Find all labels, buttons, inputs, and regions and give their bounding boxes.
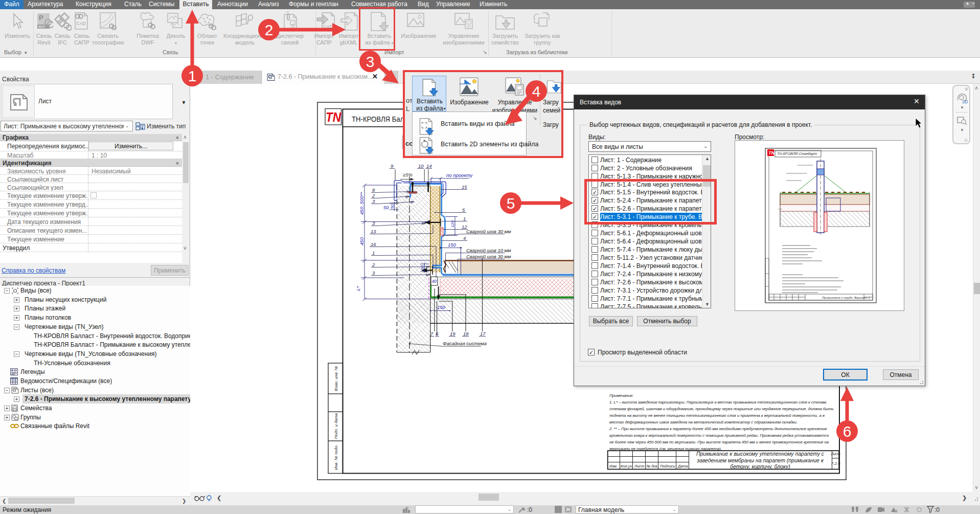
svg-text:50: 50 bbox=[420, 265, 425, 270]
svg-text:TN: TN bbox=[326, 110, 341, 124]
svg-text:Подп. и дата: Подп. и дата bbox=[334, 413, 338, 439]
svg-text:стенкам фонарей, шахтам и обор: стенкам фонарей, шахтам и оборудованию, … bbox=[609, 407, 834, 411]
svg-text:Фасадная система: Фасадная система bbox=[443, 341, 487, 346]
svg-text:заведением мембраны на парапет: заведением мембраны на парапет (примыкан… bbox=[696, 457, 824, 463]
svg-text:2: 2 bbox=[372, 193, 375, 198]
svg-text:ТН-КРОВЛЯ Стандарт: ТН-КРОВЛЯ Стандарт bbox=[777, 152, 817, 156]
svg-text:2. ** – При высоте примыкания: 2. ** – При высоте примыкания к парапету… bbox=[609, 427, 827, 431]
svg-text:А: А bbox=[423, 139, 426, 143]
svg-text:Взам. инв. №: Взам. инв. № bbox=[334, 366, 338, 391]
svg-text:бетону, кирпичу, блоку): бетону, кирпичу, блоку) bbox=[730, 463, 790, 470]
svg-text:6: 6 bbox=[436, 331, 439, 337]
svg-text:Подпись: Подпись bbox=[660, 464, 675, 468]
svg-text:L*: L* bbox=[355, 286, 361, 290]
svg-text:RVT: RVT bbox=[38, 25, 46, 29]
svg-text:Примыкание к высокому утепленн: Примыкание к высокому утепленному парапе… bbox=[696, 451, 825, 457]
svg-text:18: 18 bbox=[463, 331, 469, 337]
svg-text:№ док.: № док. bbox=[646, 464, 658, 468]
svg-text:местах деформационных швов зав: местах деформационных швов заведена на м… bbox=[609, 420, 797, 424]
svg-text:3: 3 bbox=[372, 220, 375, 226]
svg-text:Инв. № подл.: Инв. № подл. bbox=[334, 444, 338, 470]
svg-text:9: 9 bbox=[391, 163, 394, 169]
svg-text:4: 4 bbox=[463, 235, 466, 241]
svg-text:кровельного ковра к вертикальн: кровельного ковра к вертикальной поверхн… bbox=[609, 433, 829, 438]
svg-text:8: 8 bbox=[372, 187, 375, 193]
svg-text:Лист: Лист bbox=[634, 464, 644, 468]
svg-text:14: 14 bbox=[426, 163, 432, 169]
svg-text:P: P bbox=[39, 14, 43, 21]
svg-text:2D: 2D bbox=[962, 99, 968, 104]
svg-text:Примыкание к трубе. Вариант 1: Примыкание к трубе. Вариант 1 bbox=[822, 296, 870, 299]
svg-text:Лист: Лист bbox=[830, 452, 840, 456]
svg-text:не более чем через 450-500 мм: не более чем через 450-500 мм по вертика… bbox=[609, 440, 829, 444]
svg-text:7-2.6: 7-2.6 bbox=[831, 461, 840, 466]
svg-text:120: 120 bbox=[450, 220, 455, 228]
svg-text:13: 13 bbox=[371, 229, 376, 234]
svg-text:10: 10 bbox=[418, 163, 424, 169]
svg-text:19: 19 bbox=[450, 331, 455, 337]
svg-text:CAD: CAD bbox=[323, 24, 333, 29]
svg-text:по проекту: по проекту bbox=[446, 172, 473, 178]
svg-text:50: 50 bbox=[390, 204, 395, 209]
svg-text:3: 3 bbox=[372, 270, 375, 276]
svg-text:450..500**: 450..500** bbox=[359, 192, 364, 215]
svg-text:150: 150 bbox=[437, 304, 446, 310]
svg-text:1: 1 bbox=[463, 216, 466, 221]
svg-text:Кол.уч.: Кол.уч. bbox=[621, 464, 633, 468]
svg-text:Сварной шов 30 мм: Сварной шов 30 мм bbox=[466, 254, 511, 259]
svg-text:≥5%: ≥5% bbox=[403, 172, 413, 177]
svg-text:17: 17 bbox=[480, 331, 486, 337]
svg-text:Сварной шов 30 мм: Сварной шов 30 мм bbox=[466, 229, 511, 234]
svg-text:3: 3 bbox=[372, 198, 375, 204]
svg-text:Изм.: Изм. bbox=[609, 464, 618, 468]
svg-text:16: 16 bbox=[371, 241, 376, 247]
svg-text:2: 2 bbox=[372, 262, 375, 267]
svg-text:Сварной шов 10 мм: Сварной шов 10 мм bbox=[466, 248, 511, 253]
svg-text:TN: TN bbox=[768, 150, 774, 155]
svg-text:CAD: CAD bbox=[76, 21, 86, 26]
svg-text:7: 7 bbox=[430, 331, 434, 337]
svg-text:5: 5 bbox=[462, 207, 465, 213]
svg-text:1. L* – высота заведения парои: 1. L* – высота заведения пароизоляции. П… bbox=[609, 400, 827, 405]
svg-text:40: 40 bbox=[432, 279, 437, 284]
svg-text:1: 1 bbox=[372, 250, 375, 256]
svg-text:50: 50 bbox=[383, 205, 389, 210]
svg-text:Дата: Дата bbox=[677, 464, 688, 468]
svg-text:450: 450 bbox=[359, 237, 364, 245]
svg-text:Примечания:: Примечания: bbox=[609, 393, 633, 398]
svg-text:15: 15 bbox=[462, 184, 467, 190]
svg-text:150: 150 bbox=[448, 242, 457, 248]
svg-text:поднята на высоту не менее тол: поднята на высоту не менее толщины тепло… bbox=[609, 413, 825, 418]
